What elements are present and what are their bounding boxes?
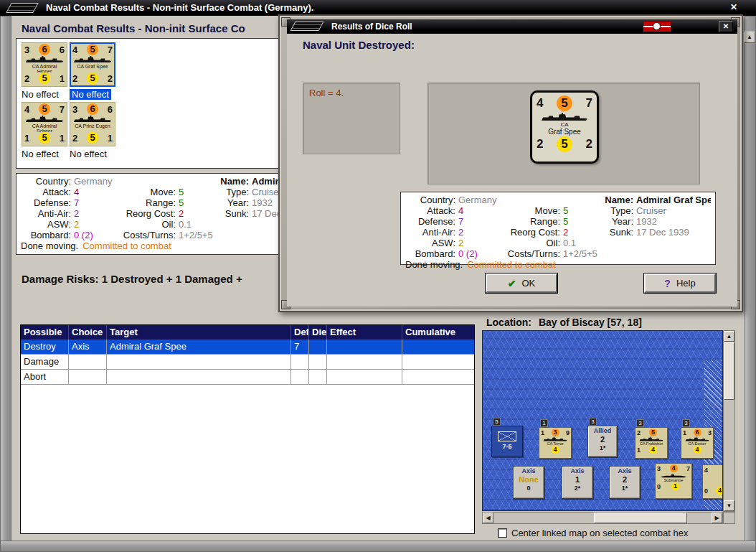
stack-count-badge: 3 <box>589 418 597 426</box>
col-header-cumulative: Cumulative <box>402 325 474 340</box>
scroll-right-button[interactable]: ▶ <box>712 513 722 523</box>
unit-counter-selected[interactable]: 457 CA Graf Spee 252 <box>70 42 115 87</box>
move-number: 5 <box>557 95 572 111</box>
cell-possible: Damage <box>21 355 69 369</box>
num: 9 <box>566 429 570 436</box>
system-menu-icon[interactable] <box>6 3 38 13</box>
map-counter-ca-frobisher[interactable]: 25 CA Frobisher 14 <box>635 427 668 459</box>
unit-name: CA Graf Spee <box>72 63 113 72</box>
infantry-symbol-icon <box>498 431 516 441</box>
table-row-abort[interactable]: Abort <box>21 370 474 385</box>
value: 2 <box>588 435 617 444</box>
bottom-number: 1 <box>24 133 29 144</box>
table-row-destroy[interactable]: Destroy Axis Admiral Graf Spee 7 <box>21 340 474 355</box>
ok-button-label: OK <box>521 278 535 289</box>
range-value: 5 <box>560 216 600 227</box>
col-header-choice: Choice <box>69 325 107 340</box>
attack-number: 4 <box>24 104 29 115</box>
scrollbar-thumb[interactable] <box>594 513 687 523</box>
country-value: Germany <box>71 176 113 187</box>
defense-number: 7 <box>108 45 113 55</box>
num: 7 <box>686 465 690 472</box>
window-border-right <box>745 16 756 552</box>
done-moving-text: Done moving. <box>405 259 463 270</box>
num: 4 <box>694 446 701 454</box>
col-header-target: Target <box>107 325 291 340</box>
move-number: 5 <box>39 103 50 115</box>
oil-value: 0.1 <box>560 238 600 248</box>
dialog-title-bar[interactable]: Results of Dice Roll ✕ <box>287 19 737 34</box>
unit-cell-graf-spee[interactable]: 457 CA Graf Spee 252 No effect <box>70 42 115 100</box>
map-counter-axis-info-1[interactable]: Axis 1 2* <box>562 466 593 499</box>
scroll-up-button[interactable]: ▲ <box>724 331 734 342</box>
unit-counter[interactable]: 457 CA Admiral Scheer 151 <box>22 102 67 146</box>
country-value: Germany <box>455 195 497 205</box>
done-moving-text: Done moving. <box>21 240 78 251</box>
asw-label: ASW: <box>21 219 71 230</box>
unit-cell-hipper[interactable]: 366 CA Admiral Hipper 251 No effect <box>22 42 67 100</box>
location-label: Location: <box>486 317 531 328</box>
reorg-label: Reorg Cost: <box>497 227 560 238</box>
bottom-number: 5 <box>87 72 98 84</box>
unit-cell-scheer[interactable]: 457 CA Admiral Scheer 151 No effect <box>22 102 67 159</box>
combat-hex-map[interactable]: 5 7-5 1 139 CA Terror 4 3 Allied 2 1* 3 … <box>482 330 723 511</box>
unit-name: Graf Spee <box>537 128 592 136</box>
map-counter-partial[interactable]: 4 04 <box>702 464 723 499</box>
map-counter-allied-info[interactable]: Allied 2 1* <box>587 426 618 457</box>
map-horizontal-scrollbar[interactable]: ◀ ▶ <box>482 512 723 524</box>
defense-value: 7 <box>455 216 497 227</box>
attack-label: Attack: <box>405 205 455 216</box>
antiair-value: 2 <box>71 208 113 219</box>
dialog-title: Results of Dice Roll <box>331 19 412 34</box>
bombard-label: Bombard: <box>21 230 71 240</box>
cell-cumulative <box>402 340 474 354</box>
map-counter-ca-exeter[interactable]: 163 CA Exeter 4 <box>681 427 714 459</box>
type-label: Type: <box>600 205 633 216</box>
dialog-close-icon[interactable]: ✕ <box>719 21 733 32</box>
antiair-value: 2 <box>455 227 497 238</box>
ship-silhouette-icon <box>25 115 64 123</box>
unit-counter[interactable]: 366 CA Admiral Hipper 251 <box>22 42 67 87</box>
cell-def <box>291 355 309 369</box>
roll-result-box: Roll = 4. <box>303 83 400 154</box>
scrollbar-thumb[interactable] <box>724 342 734 400</box>
side-label: Axis <box>562 467 592 475</box>
bombard-value: 0 (2) <box>455 248 497 259</box>
close-icon[interactable]: ✕ <box>730 2 737 12</box>
num: 4 <box>649 446 657 454</box>
scroll-up-button[interactable]: ▲ <box>744 32 755 43</box>
ok-button[interactable]: ✔ OK <box>486 273 557 293</box>
unit-name: CA Admiral Hipper <box>24 63 65 72</box>
window-border-bottom <box>0 541 756 552</box>
move-label: Move: <box>497 205 560 216</box>
unit-cell-prinz-eugen[interactable]: 366 CA Prinz Eugen 251 No effect <box>70 102 115 159</box>
year-value: 1932 <box>633 216 711 227</box>
unit-counter[interactable]: 366 CA Prinz Eugen 251 <box>70 102 115 146</box>
table-row-damage[interactable]: Damage <box>21 355 474 370</box>
type-value: Cruiser <box>633 205 711 216</box>
scroll-down-button[interactable]: ▼ <box>724 500 734 511</box>
bottom-number: 2 <box>108 73 113 84</box>
scroll-left-button[interactable]: ◀ <box>483 513 493 523</box>
num: 1 <box>683 429 686 436</box>
map-counter-land-unit[interactable]: 7-5 <box>491 426 523 457</box>
oil-label: Oil: <box>497 238 560 248</box>
map-counter-submarine[interactable]: 347 Submarine 01 <box>655 463 692 499</box>
range-label: Range: <box>113 197 176 208</box>
col-header-def: Def <box>291 325 309 340</box>
center-map-checkbox[interactable] <box>498 528 507 538</box>
name-value: Admiral Graf Spee <box>633 195 711 205</box>
dialog-system-menu-icon[interactable] <box>290 22 324 31</box>
bottom-number: 5 <box>39 72 50 84</box>
map-counter-axis-info-none[interactable]: Axis None 0 <box>513 466 544 499</box>
antiair-label: Anti-Air: <box>21 208 71 219</box>
map-counter-axis-info-2[interactable]: Axis 2 1* <box>609 466 641 499</box>
unit-status: No effect <box>22 149 59 159</box>
help-button[interactable]: ? Help <box>644 273 716 293</box>
window-border-left <box>0 16 11 552</box>
main-title-bar[interactable]: Naval Combat Results - Non-init Surface … <box>0 0 756 16</box>
german-flag-icon <box>643 21 671 32</box>
map-vertical-scrollbar[interactable]: ▲ ▼ <box>723 330 735 512</box>
map-counter-ca-terror[interactable]: 139 CA Terror 4 <box>539 427 572 459</box>
cell-target <box>107 370 291 384</box>
